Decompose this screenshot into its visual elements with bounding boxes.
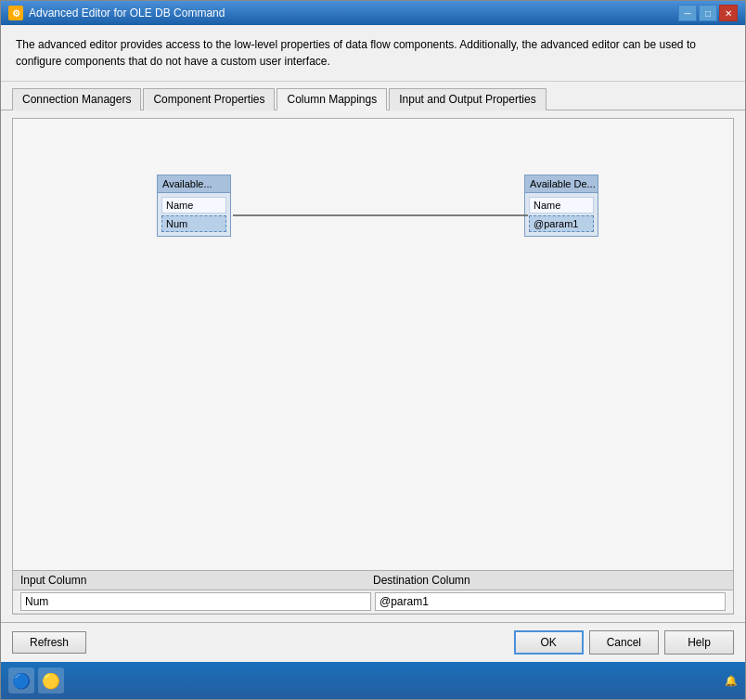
maximize-button[interactable]: □: [699, 5, 717, 21]
table-row[interactable]: Num @param1: [13, 590, 733, 614]
table-cell-destination[interactable]: @param1: [375, 592, 726, 611]
available-dest-body: Name @param1: [525, 193, 598, 236]
description-text: The advanced editor provides access to t…: [16, 38, 696, 68]
input-col-name[interactable]: Name: [161, 197, 226, 214]
taskbar: 🔵 🟡 🔔: [1, 662, 745, 699]
available-destination-box: Available De... Name @param1: [524, 175, 598, 237]
taskbar-icon-1[interactable]: 🔵: [8, 668, 34, 694]
dest-col-name[interactable]: Name: [529, 197, 594, 214]
bottom-bar: Refresh OK Cancel Help: [1, 622, 745, 662]
connector-svg: [13, 119, 733, 570]
available-input-body: Name Num: [158, 193, 230, 236]
table-area: Input Column Destination Column Num @par…: [13, 570, 733, 614]
available-dest-header: Available De...: [525, 175, 598, 193]
window-title: Advanced Editor for OLE DB Command: [29, 6, 225, 19]
tab-column-mappings[interactable]: Column Mappings: [277, 88, 387, 110]
header-destination-column: Destination Column: [373, 574, 726, 587]
minimize-button[interactable]: ─: [678, 5, 697, 21]
diagram-area: Available... Name Num Available De... Na…: [13, 119, 733, 570]
taskbar-clock: 🔔: [725, 675, 738, 687]
ok-button[interactable]: OK: [514, 630, 584, 655]
input-col-num[interactable]: Num: [161, 215, 226, 232]
close-button[interactable]: ✕: [719, 5, 738, 21]
taskbar-left: 🔵 🟡: [8, 668, 64, 694]
right-buttons: OK Cancel Help: [514, 630, 734, 655]
mapping-panel: Available... Name Num Available De... Na…: [12, 118, 734, 615]
tab-input-output-properties[interactable]: Input and Output Properties: [389, 88, 546, 110]
tab-bar: Connection Managers Component Properties…: [1, 82, 745, 110]
main-content: Available... Name Num Available De... Na…: [1, 110, 745, 622]
table-cell-input[interactable]: Num: [20, 592, 371, 611]
title-bar: ⚙ Advanced Editor for OLE DB Command ─ □…: [1, 1, 745, 25]
help-button[interactable]: Help: [664, 630, 734, 655]
table-header: Input Column Destination Column: [13, 571, 733, 590]
cancel-button[interactable]: Cancel: [589, 630, 659, 655]
available-input-header: Available...: [158, 175, 230, 193]
window-icon: ⚙: [8, 6, 23, 20]
taskbar-icon-2[interactable]: 🟡: [38, 668, 64, 694]
tab-connection-managers[interactable]: Connection Managers: [12, 88, 141, 110]
title-bar-left: ⚙ Advanced Editor for OLE DB Command: [8, 6, 225, 20]
description-area: The advanced editor provides access to t…: [1, 25, 745, 82]
tab-component-properties[interactable]: Component Properties: [143, 88, 275, 110]
refresh-button[interactable]: Refresh: [12, 631, 86, 654]
header-input-column: Input Column: [20, 574, 373, 587]
available-input-box: Available... Name Num: [157, 175, 231, 237]
main-window: ⚙ Advanced Editor for OLE DB Command ─ □…: [0, 0, 746, 700]
dest-col-param1[interactable]: @param1: [529, 215, 594, 232]
title-buttons: ─ □ ✕: [678, 5, 738, 21]
